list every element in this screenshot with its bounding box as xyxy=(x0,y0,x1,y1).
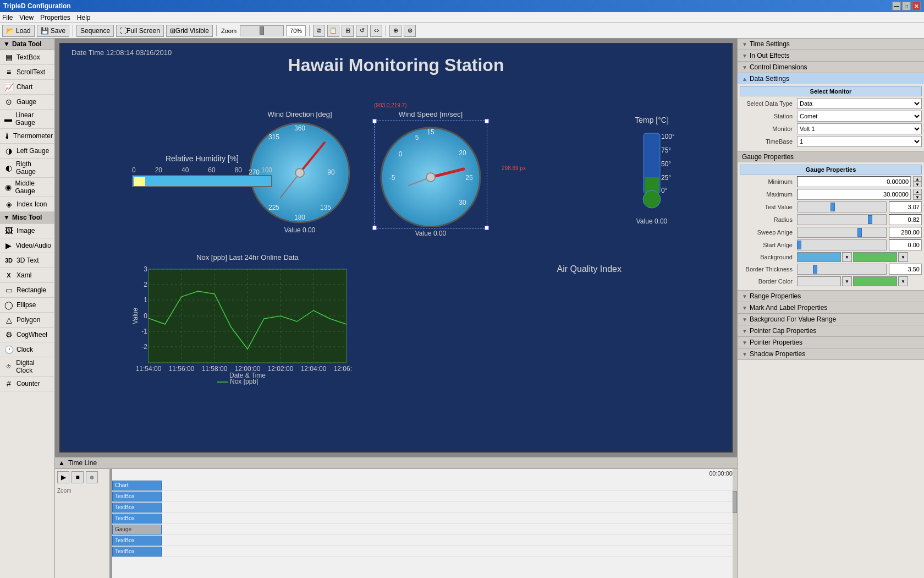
test-value-input[interactable] xyxy=(889,201,922,212)
maximum-down[interactable]: ▼ xyxy=(913,194,922,200)
align-button[interactable]: ⊞ xyxy=(342,25,354,37)
menu-properties[interactable]: Properties xyxy=(40,14,70,21)
sidebar-item-linear-gauge[interactable]: ▬ Linear Gauge xyxy=(0,110,54,129)
sidebar-item-middle-gauge[interactable]: ◉ Middle Gauge xyxy=(0,178,54,197)
copy-button[interactable]: ⧉ xyxy=(313,25,325,37)
sidebar-item-cogwheel[interactable]: ⚙ CogWheel xyxy=(0,328,54,342)
border-swatch-2[interactable] xyxy=(853,276,897,286)
sidebar-item-image[interactable]: 🖼 Image xyxy=(0,223,54,238)
border-swatch-1[interactable] xyxy=(797,276,841,286)
flip-button[interactable]: ⇔ xyxy=(370,25,382,37)
sidebar-item-rectangle[interactable]: ▭ Rectangle xyxy=(0,283,54,298)
paste-button[interactable]: 📋 xyxy=(327,25,339,37)
maximum-input[interactable]: 30.00000 xyxy=(797,189,911,200)
menu-view[interactable]: View xyxy=(19,14,34,21)
select-data-type-select[interactable]: Data xyxy=(797,98,922,109)
sidebar-item-chart[interactable]: 📈 Chart xyxy=(0,80,54,95)
bg-value-range-header[interactable]: ▼ Background For Value Range xyxy=(738,314,924,325)
canvas-container[interactable]: Date Time 12:08:14 03/16/2010 Hawaii Mon… xyxy=(55,39,737,457)
sweep-angle-input[interactable] xyxy=(889,227,922,238)
temp-gauge[interactable]: Temp [°C] 100° 75° 50° 25° 0° xyxy=(627,116,676,225)
handle-bl[interactable] xyxy=(372,226,377,230)
track-textbox-2[interactable]: TextBox xyxy=(112,503,162,512)
zoom-input[interactable]: 70% xyxy=(286,25,306,36)
station-select[interactable]: Comet xyxy=(797,111,922,122)
border-dropdown-1[interactable]: ▼ xyxy=(842,276,852,286)
maximize-button[interactable]: □ xyxy=(902,2,911,10)
monitor-select[interactable]: Volt 1 xyxy=(797,123,922,134)
background-swatch-2[interactable] xyxy=(853,252,897,262)
save-button[interactable]: 💾 Save xyxy=(37,25,69,37)
pointer-cap-properties-header[interactable]: ▼ Pointer Cap Properties xyxy=(738,325,924,336)
range-properties-header[interactable]: ▼ Range Properties xyxy=(738,291,924,302)
sidebar-item-left-gauge[interactable]: ◑ Left Gauge xyxy=(0,144,54,159)
sidebar-item-gauge[interactable]: ⊙ Gauge xyxy=(0,95,54,110)
zoom-slider[interactable] xyxy=(240,25,284,36)
sidebar-item-scrolltext[interactable]: ≡ ScrollText xyxy=(0,65,54,80)
background-dropdown-2[interactable]: ▼ xyxy=(898,252,908,262)
border-thickness-slider[interactable] xyxy=(797,264,887,275)
sweep-angle-slider[interactable] xyxy=(797,227,887,238)
extra-button-2[interactable]: ⊗ xyxy=(404,25,416,37)
track-textbox-4[interactable]: TextBox xyxy=(112,536,162,546)
time-settings-header[interactable]: ▼ Time Settings xyxy=(738,39,924,50)
humidity-bar[interactable] xyxy=(132,175,272,187)
gauge-properties-header[interactable]: Gauge Properties xyxy=(738,151,924,162)
track-gauge[interactable]: Gauge xyxy=(112,525,162,535)
close-button[interactable]: ✕ xyxy=(912,2,921,10)
fullscreen-button[interactable]: ⛶ Full Screen xyxy=(116,25,164,37)
border-dropdown-2[interactable]: ▼ xyxy=(898,276,908,286)
timebase-select[interactable]: 1 xyxy=(797,136,922,147)
sidebar-item-polygon[interactable]: △ Polygon xyxy=(0,313,54,328)
sidebar-item-right-gauge[interactable]: ◐ Rigth Gauge xyxy=(0,159,54,178)
timeline-tracks[interactable]: 00:00:00 Chart TextBox TextBox xyxy=(112,469,737,578)
minimum-input[interactable]: 0.00000 xyxy=(797,176,911,187)
in-out-effects-header[interactable]: ▼ In Out Effects xyxy=(738,50,924,61)
handle-tl[interactable] xyxy=(372,119,377,123)
track-chart[interactable]: Chart xyxy=(112,481,162,490)
maximum-up[interactable]: ▲ xyxy=(913,189,922,194)
sidebar-item-ellipse[interactable]: ◯ Ellipse xyxy=(0,298,54,313)
sidebar-item-xaml[interactable]: X Xaml xyxy=(0,268,54,283)
minimize-button[interactable]: — xyxy=(892,2,901,10)
start-angle-slider[interactable] xyxy=(797,239,887,250)
background-swatch-1[interactable] xyxy=(797,252,841,262)
control-dimensions-header[interactable]: ▼ Control Dimensions xyxy=(738,62,924,73)
radius-slider[interactable] xyxy=(797,214,887,225)
sidebar-item-textbox[interactable]: ▤ TextBox xyxy=(0,50,54,65)
radius-input[interactable] xyxy=(889,214,922,225)
sidebar-item-thermometer[interactable]: 🌡 Thermometer xyxy=(0,129,54,144)
background-dropdown-1[interactable]: ▼ xyxy=(842,252,852,262)
nox-chart[interactable]: Nox [ppb] Last 24hr Online Data xyxy=(132,253,363,386)
timeline-scrollbar[interactable] xyxy=(733,469,737,578)
timeline-expand-icon[interactable]: ▲ xyxy=(58,459,65,467)
rotate-button[interactable]: ↺ xyxy=(356,25,368,37)
track-textbox-1[interactable]: TextBox xyxy=(112,492,162,501)
minimum-down[interactable]: ▼ xyxy=(913,182,922,187)
sidebar-item-digital-clock[interactable]: ⏱ Digital Clock xyxy=(0,357,54,377)
gridvisible-button[interactable]: ⊞ Grid Visible xyxy=(166,25,213,37)
minimum-up[interactable]: ▲ xyxy=(913,176,922,182)
extra-button[interactable]: ⊕ xyxy=(389,25,402,37)
sidebar-item-3d-text[interactable]: 3D 3D Text xyxy=(0,253,54,268)
sidebar-item-counter[interactable]: # Counter xyxy=(0,377,54,391)
menu-file[interactable]: File xyxy=(2,14,13,21)
sidebar-item-index-icon[interactable]: ◈ Index Icon xyxy=(0,197,54,212)
sidebar-item-clock[interactable]: 🕐 Clock xyxy=(0,342,54,357)
handle-br[interactable] xyxy=(485,226,489,230)
pointer-properties-header[interactable]: ▼ Pointer Properties xyxy=(738,337,924,348)
scrollbar-thumb[interactable] xyxy=(733,491,737,513)
load-button[interactable]: 📂 Load xyxy=(2,25,35,37)
track-textbox-3[interactable]: TextBox xyxy=(112,514,162,524)
border-thickness-input[interactable] xyxy=(889,264,922,275)
sequence-button[interactable]: Sequence xyxy=(76,25,114,37)
stop-button[interactable]: ■ xyxy=(72,471,84,483)
handle-tr[interactable] xyxy=(485,119,489,123)
test-value-slider[interactable] xyxy=(797,201,887,212)
track-textbox-5[interactable]: TextBox xyxy=(112,547,162,557)
menu-help[interactable]: Help xyxy=(77,14,91,21)
sidebar-item-video-audio[interactable]: ▶ Video/Audio xyxy=(0,238,54,253)
shadow-properties-header[interactable]: ▼ Shadow Properties xyxy=(738,348,924,359)
timeline-circle[interactable]: ● xyxy=(86,471,98,483)
mark-label-properties-header[interactable]: ▼ Mark And Label Properties xyxy=(738,302,924,313)
